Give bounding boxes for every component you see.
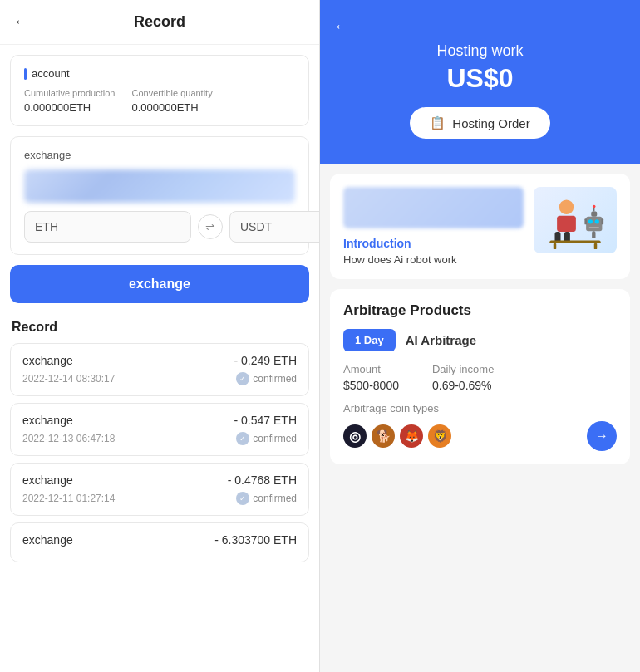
coin-icon-2: 🦊 xyxy=(400,424,423,448)
intro-illustration xyxy=(534,187,617,253)
record-item-2: exchange - 0.4768 ETH 2022-12-11 01:27:1… xyxy=(10,463,309,516)
intro-blurred-banner xyxy=(343,187,524,228)
cumulative-stat: Cumulative production 0.000000ETH xyxy=(24,88,115,114)
convertible-label: Convertible quantity xyxy=(131,88,212,98)
convertible-value: 0.000000ETH xyxy=(131,101,212,114)
coin-icon-1: 🐕 xyxy=(372,424,395,448)
income-stat: Daily income 0.69-0.69% xyxy=(432,363,494,392)
svg-rect-6 xyxy=(594,243,598,249)
tab-row: 1 Day AI Arbitrage xyxy=(343,329,617,351)
arbitrage-stats: Amount $500-8000 Daily income 0.69-0.69% xyxy=(343,363,617,392)
record-date-2: 2022-12-11 01:27:14 xyxy=(22,493,115,504)
record-type-3: exchange xyxy=(22,533,73,547)
convertible-stat: Convertible quantity 0.000000ETH xyxy=(131,88,212,114)
svg-rect-1 xyxy=(557,216,576,232)
svg-rect-13 xyxy=(584,218,587,224)
right-back-button[interactable]: ← xyxy=(333,17,627,36)
svg-rect-14 xyxy=(602,218,604,224)
amount-value: $500-8000 xyxy=(343,379,399,392)
svg-point-9 xyxy=(595,219,599,223)
intro-description: How does Ai robot work xyxy=(343,253,524,266)
svg-point-8 xyxy=(588,219,593,223)
exchange-label: exchange xyxy=(24,149,295,161)
account-stats: Cumulative production 0.000000ETH Conver… xyxy=(24,88,295,114)
status-check-icon-0: ✓ xyxy=(236,372,249,385)
record-date-0: 2022-12-14 08:30:17 xyxy=(22,373,115,385)
arbitrage-section: Arbitrage Products 1 Day AI Arbitrage Am… xyxy=(330,289,630,464)
exchange-card: exchange ⇌ xyxy=(10,136,309,255)
swap-icon[interactable]: ⇌ xyxy=(198,214,223,239)
cumulative-label: Cumulative production xyxy=(24,88,115,98)
intro-text-area: Introduction How does Ai robot work xyxy=(343,187,524,266)
left-back-button[interactable]: ← xyxy=(13,13,28,31)
record-amount-1: - 0.547 ETH xyxy=(234,414,297,427)
coin-icons: ◎ 🐕 🦊 🦁 xyxy=(343,424,451,448)
left-header: ← Record xyxy=(0,0,319,45)
record-amount-3: - 6.303700 ETH xyxy=(214,533,297,547)
coin-icon-0: ◎ xyxy=(343,424,367,448)
intro-link[interactable]: Introduction xyxy=(343,237,524,250)
left-title: Record xyxy=(38,13,281,31)
svg-rect-10 xyxy=(589,227,599,228)
svg-point-0 xyxy=(559,200,574,215)
svg-rect-12 xyxy=(592,231,595,238)
record-item-3: exchange - 6.303700 ETH xyxy=(10,522,309,562)
svg-rect-11 xyxy=(591,212,597,217)
hosting-order-label: Hosting Order xyxy=(452,116,529,130)
account-label: account xyxy=(24,67,295,80)
exchange-from-input[interactable] xyxy=(24,211,191,243)
record-status-1: ✓ confirmed xyxy=(236,432,297,445)
record-type-0: exchange xyxy=(22,354,73,367)
coin-icon-3: 🦁 xyxy=(428,424,451,448)
hosting-order-button[interactable]: 📋 Hosting Order xyxy=(410,107,549,139)
record-type-1: exchange xyxy=(22,414,73,427)
cumulative-value: 0.000000ETH xyxy=(24,101,115,114)
intro-card: Introduction How does Ai robot work xyxy=(330,174,630,279)
hosting-header: ← Hosting work US$0 📋 Hosting Order xyxy=(320,0,640,164)
record-status-0: ✓ confirmed xyxy=(236,372,297,385)
record-amount-2: - 0.4768 ETH xyxy=(228,473,297,487)
hosting-amount: US$0 xyxy=(333,63,627,94)
hosting-order-icon: 📋 xyxy=(430,115,446,130)
exchange-button[interactable]: exchange xyxy=(10,265,309,303)
income-label: Daily income xyxy=(432,363,494,375)
amount-stat: Amount $500-8000 xyxy=(343,363,399,392)
left-panel: ← Record account Cumulative production 0… xyxy=(0,0,320,672)
record-type-2: exchange xyxy=(22,473,73,487)
svg-rect-4 xyxy=(549,241,600,244)
record-amount-0: - 0.249 ETH xyxy=(234,354,297,367)
income-value: 0.69-0.69% xyxy=(432,379,494,392)
next-button[interactable]: → xyxy=(587,421,617,451)
right-panel: ← Hosting work US$0 📋 Hosting Order Intr… xyxy=(320,0,640,672)
svg-rect-7 xyxy=(586,217,602,232)
coin-row: ◎ 🐕 🦊 🦁 → xyxy=(343,421,617,451)
exchange-inputs: ⇌ xyxy=(24,211,295,243)
exchange-blurred-banner xyxy=(24,169,295,203)
record-item-0: exchange - 0.249 ETH 2022-12-14 08:30:17… xyxy=(10,343,309,396)
coin-types-label: Arbitrage coin types xyxy=(343,402,617,414)
account-card: account Cumulative production 0.000000ET… xyxy=(10,55,309,126)
tab-ai-arbitrage-label: AI Arbitrage xyxy=(406,333,476,347)
arbitrage-title: Arbitrage Products xyxy=(343,302,617,319)
tab-1day[interactable]: 1 Day xyxy=(343,329,396,351)
amount-label: Amount xyxy=(343,363,399,375)
record-date-1: 2022-12-13 06:47:18 xyxy=(22,433,115,444)
record-item-1: exchange - 0.547 ETH 2022-12-13 06:47:18… xyxy=(10,403,309,456)
hosting-title: Hosting work xyxy=(333,42,627,60)
record-section-title: Record xyxy=(0,313,319,343)
record-status-2: ✓ confirmed xyxy=(236,492,297,505)
status-check-icon-2: ✓ xyxy=(236,492,249,505)
svg-rect-5 xyxy=(554,243,557,249)
exchange-to-input[interactable] xyxy=(229,211,320,243)
status-check-icon-1: ✓ xyxy=(236,432,249,445)
svg-point-16 xyxy=(593,205,596,208)
